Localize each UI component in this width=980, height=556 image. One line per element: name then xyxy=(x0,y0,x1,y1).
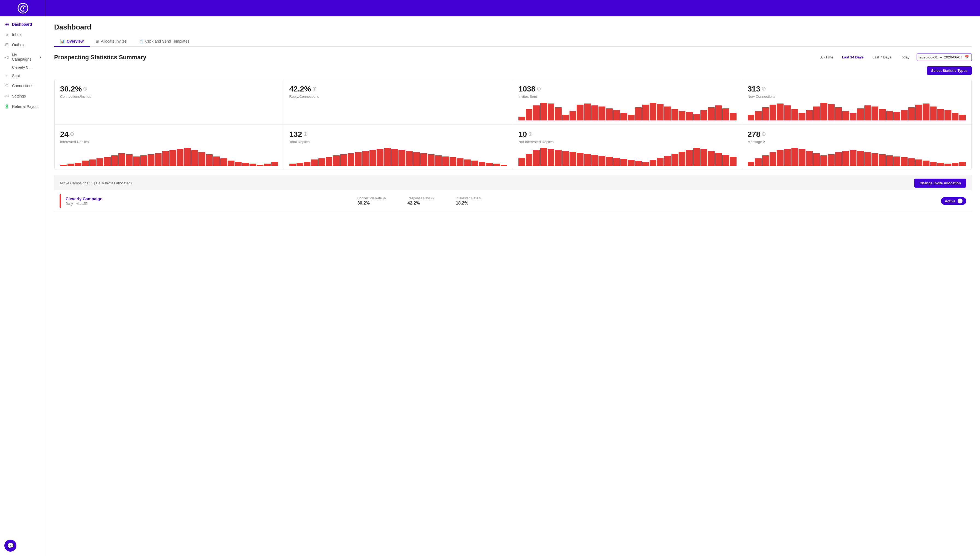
bar xyxy=(493,163,500,166)
bar xyxy=(457,158,464,166)
bar xyxy=(850,150,857,166)
sidebar-item-inbox[interactable]: ○ Inbox xyxy=(0,29,45,40)
time-filters: All-Time Last 14 Days Last 7 Days Today xyxy=(816,53,913,61)
bar xyxy=(952,163,959,166)
bar xyxy=(748,162,755,166)
bar xyxy=(406,151,413,166)
stat-value: 42.2% ⓘ xyxy=(289,85,507,94)
info-icon[interactable]: ⓘ xyxy=(537,87,541,92)
bar xyxy=(118,153,125,166)
bar xyxy=(806,110,813,120)
bar xyxy=(864,105,871,120)
bar xyxy=(60,165,67,166)
bar xyxy=(762,155,769,166)
bar xyxy=(755,111,761,120)
bar xyxy=(362,151,369,166)
click-send-icon: 📄 xyxy=(139,39,143,44)
sidebar-item-settings[interactable]: ⚙ Settings xyxy=(0,91,45,101)
bar xyxy=(68,163,75,166)
bar xyxy=(908,158,915,166)
bar xyxy=(355,152,361,166)
sidebar-item-dashboard[interactable]: ◎ Dashboard xyxy=(0,19,45,29)
bar xyxy=(686,112,693,120)
bar xyxy=(886,155,893,166)
stat-value: 132 ⓘ xyxy=(289,130,507,139)
sidebar-item-my-campaigns[interactable]: ◁ My Campaigns ▾ xyxy=(0,50,45,64)
bar xyxy=(340,154,347,166)
bar xyxy=(722,155,729,166)
bar xyxy=(613,158,620,166)
stat-label: Invites Sent xyxy=(518,94,737,99)
bar xyxy=(791,148,798,166)
page-title: Dashboard xyxy=(54,23,972,31)
bar xyxy=(391,149,398,166)
date-range-picker[interactable]: 2020-05-01 – 2020-06-07 📅 xyxy=(917,53,972,61)
tab-overview[interactable]: 📊 Overview xyxy=(54,36,90,47)
response-rate-label: Response Rate % xyxy=(407,196,434,200)
bar-chart xyxy=(518,101,737,120)
bar xyxy=(664,107,671,120)
campaign-color-bar xyxy=(60,194,61,208)
bar xyxy=(715,105,722,120)
bar xyxy=(959,162,966,166)
info-icon[interactable]: ⓘ xyxy=(528,132,532,137)
bar xyxy=(842,111,849,120)
bar xyxy=(540,148,547,166)
bar xyxy=(104,157,111,166)
bar xyxy=(479,162,486,166)
bar xyxy=(700,149,707,166)
filter-today[interactable]: Today xyxy=(896,53,913,61)
topbar xyxy=(46,0,980,16)
bar xyxy=(806,151,813,166)
bar xyxy=(398,150,405,166)
sidebar-item-cleverly-c[interactable]: Cleverly C... xyxy=(0,64,45,71)
stat-value: 278 ⓘ xyxy=(748,130,966,139)
sidebar-item-sent[interactable]: ↑ Sent xyxy=(0,71,45,81)
stat-card-new-connections: 313 ⓘ New Connections xyxy=(742,79,972,124)
campaign-row: Cleverly Campaign Daily invites:55 Conne… xyxy=(54,190,972,212)
tab-allocate-invites[interactable]: ⊞ Allocate Invites xyxy=(90,36,133,47)
sidebar-item-connections[interactable]: ⊙ Connections xyxy=(0,81,45,91)
bar xyxy=(799,113,805,120)
filter-last-14-days[interactable]: Last 14 Days xyxy=(838,53,868,61)
stat-value: 313 ⓘ xyxy=(748,85,966,94)
change-invite-allocation-button[interactable]: Change Invite Allocation xyxy=(914,179,966,187)
info-icon[interactable]: ⓘ xyxy=(304,132,307,137)
active-toggle[interactable]: Active xyxy=(941,197,966,205)
bar xyxy=(326,157,332,166)
bar xyxy=(177,149,184,166)
bar xyxy=(140,155,147,166)
chat-bubble-button[interactable]: 💬 xyxy=(4,540,16,552)
tab-click-send[interactable]: 📄 Click and Send Templates xyxy=(133,36,195,47)
info-icon[interactable]: ⓘ xyxy=(83,87,87,92)
info-icon[interactable]: ⓘ xyxy=(70,132,74,137)
sidebar-item-outbox[interactable]: ⊞ Outbox xyxy=(0,40,45,50)
bar xyxy=(435,155,442,166)
sidebar-item-referral-payout[interactable]: 💲 Referral Payout xyxy=(0,101,45,112)
stat-card-reply-connections: 42.2% ⓘ Reply/Connections xyxy=(284,79,513,124)
bar xyxy=(450,157,457,166)
info-icon[interactable]: ⓘ xyxy=(313,87,316,92)
chevron-icon: ▾ xyxy=(40,55,41,59)
svg-point-1 xyxy=(23,7,24,9)
bar xyxy=(155,153,162,166)
bar xyxy=(613,110,620,120)
bar xyxy=(147,154,154,166)
bar xyxy=(620,159,627,166)
bar xyxy=(871,107,878,120)
connections-icon: ⊙ xyxy=(4,83,9,88)
filter-all-time[interactable]: All-Time xyxy=(816,53,837,61)
stat-label: Connections/Invites xyxy=(60,94,278,99)
bar xyxy=(75,163,81,166)
filter-last-7-days[interactable]: Last 7 Days xyxy=(868,53,895,61)
info-icon[interactable]: ⓘ xyxy=(762,87,766,92)
bar xyxy=(813,107,820,120)
bar xyxy=(923,103,930,120)
stat-card-connections-invites: 30.2% ⓘ Connections/Invites xyxy=(55,79,284,124)
bar xyxy=(318,158,325,166)
bar xyxy=(518,158,525,166)
select-statistic-types-button[interactable]: Select Statistic Types xyxy=(927,66,972,75)
bar xyxy=(642,162,649,166)
bar xyxy=(570,152,577,166)
info-icon[interactable]: ⓘ xyxy=(762,132,766,137)
